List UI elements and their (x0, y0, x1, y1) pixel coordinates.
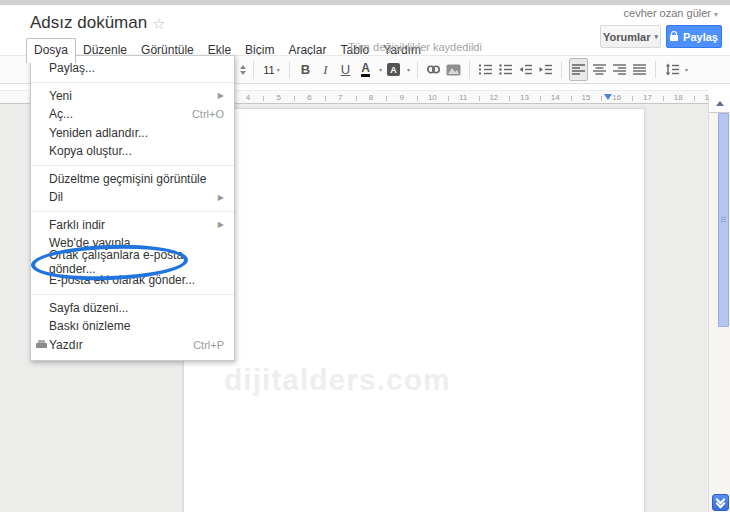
chevron-down-icon[interactable]: ▾ (407, 66, 410, 73)
ruler-tick (263, 96, 264, 101)
ruler-number: 18 (668, 93, 688, 102)
account-name: cevher ozan güler (624, 7, 711, 19)
header: Adsız doküman ☆ cevher ozan güler▾ Yorum… (0, 5, 730, 55)
ruler-tick (540, 96, 541, 101)
document-title[interactable]: Adsız doküman (30, 13, 147, 33)
ruler-tick (356, 96, 357, 101)
increase-indent-button[interactable] (537, 59, 554, 80)
file-menu-dropdown: Paylaş...Yeni▶Aç...Ctrl+OYeniden adlandı… (30, 55, 235, 361)
underline-button[interactable]: U (337, 59, 354, 80)
font-size-select[interactable]: 11▾ (261, 59, 282, 80)
document-page[interactable]: dijitalders.com (183, 108, 645, 512)
italic-button[interactable]: I (317, 59, 334, 80)
scroll-up-button[interactable] (709, 95, 730, 113)
menu-item-label: Kopya oluştur... (49, 144, 132, 158)
chevron-down-icon[interactable]: ▾ (685, 66, 688, 73)
ruler-number: 7 (330, 93, 350, 102)
menu-item-label: Aç... (49, 107, 73, 121)
ruler-tick (325, 96, 326, 101)
ruler-tick (694, 96, 695, 101)
watermark: dijitalders.com (224, 363, 451, 397)
menu-item-shortcut: Ctrl+O (192, 108, 224, 120)
star-icon[interactable]: ☆ (152, 15, 165, 33)
menu-item-page-setup[interactable]: Sayfa düzeni... (31, 299, 234, 318)
menu-item-download-as[interactable]: Farklı indir▶ (31, 216, 234, 235)
ruler-tick (294, 96, 295, 101)
menu-item-open[interactable]: Aç...Ctrl+O (31, 105, 234, 124)
menu-item-label: Baskı önizleme (49, 319, 130, 333)
comments-label: Yorumlar (603, 31, 650, 43)
scrollbar-thumb[interactable] (718, 113, 729, 327)
ruler-number: 14 (545, 93, 565, 102)
share-button[interactable]: Paylaş (666, 25, 722, 48)
menu-item-rename[interactable]: Yeniden adlandır... (31, 124, 234, 143)
align-right-button[interactable] (611, 59, 628, 80)
text-color-button[interactable]: A (357, 59, 374, 80)
ruler-tick (601, 96, 602, 101)
menu-item-language[interactable]: Dil▶ (31, 188, 234, 207)
ruler-number: 5 (269, 93, 289, 102)
submenu-arrow-icon: ▶ (218, 91, 224, 100)
separator (655, 61, 656, 78)
ruler-number: 13 (515, 93, 535, 102)
menu-item-label: Paylaş... (49, 61, 95, 75)
numbered-list-button[interactable] (477, 59, 494, 80)
ruler-number: 16 (607, 93, 627, 102)
ruler-number: 12 (484, 93, 504, 102)
scrollbar (708, 95, 730, 512)
align-left-button[interactable] (569, 58, 588, 81)
align-justify-button[interactable] (631, 59, 648, 80)
comments-button[interactable]: Yorumlar ▾ (600, 25, 661, 48)
menu-divider (31, 294, 234, 295)
chevron-down-icon: ▾ (714, 10, 718, 19)
ruler-number: 17 (637, 93, 657, 102)
spinner-icon[interactable] (240, 65, 246, 75)
grip-icon (721, 217, 726, 218)
ruler-tick (509, 96, 510, 101)
menu-item-label: Yazdır (49, 338, 83, 352)
menu-item-print-preview[interactable]: Baskı önizleme (31, 317, 234, 336)
ruler-tick (448, 96, 449, 101)
insert-link-icon[interactable] (425, 59, 442, 80)
account-menu[interactable]: cevher ozan güler▾ (624, 7, 718, 19)
separator (417, 61, 418, 78)
menu-item-revision-history[interactable]: Düzeltme geçmişini görüntüle (31, 170, 234, 189)
printer-icon (36, 343, 47, 348)
chevron-down-icon: ▾ (277, 66, 280, 73)
menu-item-print[interactable]: YazdırCtrl+P (31, 336, 234, 355)
submenu-arrow-icon: ▶ (218, 193, 224, 202)
menu-item-label: Düzeltme geçmişini görüntüle (49, 172, 206, 186)
menu-item-label: Yeni (49, 89, 72, 103)
google-docs-window: Adsız doküman ☆ cevher ozan güler▾ Yorum… (0, 0, 730, 512)
menu-divider (31, 211, 234, 212)
lock-icon (670, 35, 678, 41)
bold-button[interactable]: B (297, 59, 314, 80)
ruler-number: 10 (422, 93, 442, 102)
menubar-item-0[interactable]: Dosya (26, 38, 76, 63)
menu-item-label: Sayfa düzeni... (49, 301, 128, 315)
line-spacing-button[interactable] (663, 59, 680, 80)
ruler-number: 8 (361, 93, 381, 102)
menu-item-label: Yeniden adlandır... (49, 126, 148, 140)
ruler-tick (571, 96, 572, 101)
separator (253, 61, 254, 78)
menu-item-label: Dil (49, 190, 63, 204)
ruler-number: 6 (299, 93, 319, 102)
bulleted-list-button[interactable] (497, 59, 514, 80)
ruler-number: 4 (238, 93, 258, 102)
highlight-color-button[interactable]: A (385, 59, 402, 80)
menu-divider (31, 165, 234, 166)
align-center-button[interactable] (591, 59, 608, 80)
chevron-down-icon[interactable]: ▾ (379, 66, 382, 73)
ruler-number: 11 (453, 93, 473, 102)
menu-item-make-copy[interactable]: Kopya oluştur... (31, 142, 234, 161)
separator (561, 61, 562, 78)
ruler-number: 15 (576, 93, 596, 102)
submenu-arrow-icon: ▶ (218, 220, 224, 229)
insert-image-icon[interactable] (445, 59, 462, 80)
ruler-tick (632, 96, 633, 101)
menu-item-label: Farklı indir (49, 218, 105, 232)
menu-item-new[interactable]: Yeni▶ (31, 87, 234, 106)
scroll-to-bottom-button[interactable] (712, 494, 729, 511)
decrease-indent-button[interactable] (517, 59, 534, 80)
